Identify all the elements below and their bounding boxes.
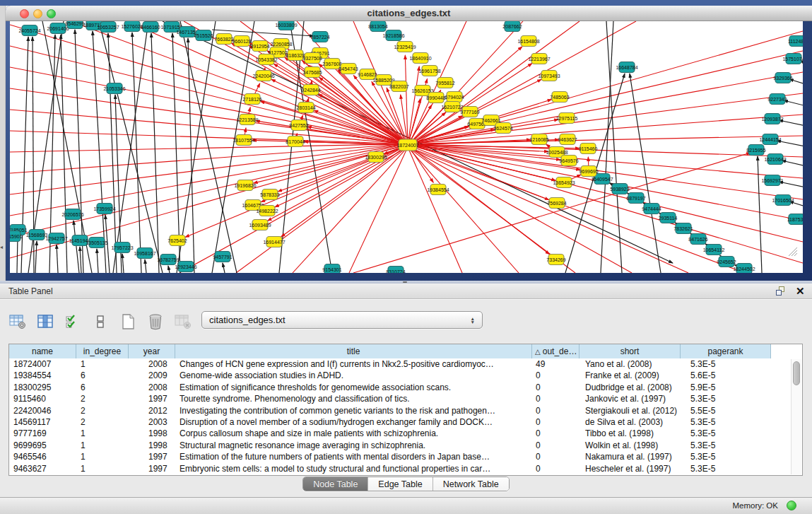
tab-network-table[interactable]: Network Table	[433, 477, 509, 491]
graph-node-label: 16033809	[275, 23, 297, 28]
cell-year: 2008	[129, 382, 175, 393]
cell-year: 1997	[129, 393, 175, 404]
graph-node-label: 2718126	[242, 97, 261, 102]
cell-short: Wolkin et al. (1998)	[579, 440, 681, 451]
tab-edge-table[interactable]: Edge Table	[368, 477, 433, 491]
graph-node-label: 5938923	[610, 187, 629, 192]
table-settings-button[interactable]	[7, 311, 28, 332]
cell-in_degree: 6	[76, 370, 129, 381]
column-header-name[interactable]: name	[9, 344, 76, 358]
table-row[interactable]: 2242004622012Investigating the contribut…	[9, 405, 802, 416]
delete-column-button[interactable]	[172, 311, 194, 332]
graph-node-label: 7485063	[550, 95, 569, 100]
table-panel-body: f(x) citations_edges.txt ▲▼ namein_degre…	[0, 299, 812, 497]
cell-short: Jankovic et al. (1997)	[579, 393, 681, 404]
table-panel-title: Table Panel	[8, 286, 53, 296]
cell-in_degree: 6	[76, 382, 129, 393]
table-row[interactable]: 946554611997Estimation of the future num…	[9, 451, 802, 462]
column-header-in_degree[interactable]: in_degree	[76, 344, 129, 358]
graph-node-label: 12444154	[759, 137, 781, 142]
network-window: citations_edges.txt 24055724206914069546…	[6, 6, 812, 281]
graph-node-label: 3475685	[302, 70, 322, 75]
graph-node-label: 8813054	[368, 24, 387, 29]
graph-node-label: 12942757	[45, 236, 67, 241]
table-row[interactable]: 911546021997Tourette syndrome. Phenomeno…	[9, 393, 802, 404]
resize-grip-icon[interactable]	[786, 246, 797, 256]
close-panel-icon[interactable]: ✕	[796, 285, 805, 298]
graph-node-label: 3915901	[10, 234, 23, 239]
column-header-title[interactable]: title	[175, 344, 532, 358]
cell-short: Stergiakouli et al. (2012)	[579, 405, 681, 416]
graph-node-label: 9699695	[579, 169, 598, 174]
cell-title: Structural magnetic resonance image aver…	[175, 440, 532, 451]
network-window-titlebar[interactable]: citations_edges.txt	[6, 6, 812, 21]
cell-pagerank: 5.3E-5	[681, 358, 771, 370]
column-header-short[interactable]: short	[579, 344, 681, 358]
graph-node-label: 9327508	[302, 56, 322, 61]
cell-title: Genome-wide association studies in ADHD.	[175, 370, 532, 381]
cell-short: Nakamura et al. (1997)	[579, 451, 681, 462]
show-column-button[interactable]	[35, 311, 56, 332]
cell-pagerank: 5.3E-5	[681, 416, 771, 428]
graph-node-label: 20691406	[47, 26, 69, 31]
cell-title: Estimation of significance thresholds fo…	[175, 382, 532, 393]
cell-pagerank: 5.3E-5	[681, 393, 771, 404]
tab-node-table[interactable]: Node Table	[303, 477, 368, 491]
table-row[interactable]: 1830029562008Estimation of significance …	[9, 382, 802, 393]
column-header-year[interactable]: year	[129, 344, 175, 358]
table-row[interactable]: 1456911722003Disruption of a novel membe…	[9, 416, 802, 428]
graph-node-label: 12093872	[761, 117, 783, 122]
graph-node-label: 13505135	[86, 240, 107, 245]
sort-ascending-icon: △	[535, 348, 541, 356]
cell-out_de: 0	[532, 370, 579, 381]
graph-node-label: 3624574	[493, 126, 512, 131]
splitter-handle[interactable]	[403, 281, 407, 283]
cell-name: 9777169	[9, 428, 76, 439]
graph-node-label: 9660128	[232, 39, 251, 44]
network-window-title: citations_edges.txt	[6, 8, 812, 18]
graph-node-label: 2087662	[502, 24, 522, 29]
graph-node-label: 18107554	[233, 138, 254, 143]
graph-node-label: 15692971	[761, 178, 783, 183]
create-new-table-button[interactable]	[117, 311, 139, 332]
table-row[interactable]: 1872400712008Changes of HCN gene express…	[9, 358, 802, 370]
cell-pagerank: 5.6E-5	[681, 370, 771, 381]
graph-node-label: 9154301	[322, 267, 341, 272]
graph-node-label: 10973493	[538, 74, 560, 78]
table-selector-dropdown[interactable]: citations_edges.txt ▲▼	[201, 311, 483, 329]
graph-node-label: 9457791	[213, 255, 232, 259]
graph-node-label: 10025488	[546, 150, 567, 155]
cell-in_degree: 1	[76, 428, 129, 439]
graph-node-label: 10654112	[703, 247, 725, 252]
graph-node-label: 12213967	[528, 57, 550, 62]
graph-node-label: 8170044	[286, 139, 305, 144]
graph-node-label: 21053346	[103, 86, 125, 91]
graph-node-label: 7955812	[435, 81, 454, 86]
cell-pagerank: 5.5E-5	[681, 405, 771, 416]
table-row[interactable]: 1938455462009Genome-wide association stu…	[9, 370, 802, 381]
cell-out_de: 0	[532, 463, 579, 474]
cell-in_degree: 1	[76, 440, 129, 451]
row-height-options-button[interactable]	[90, 311, 111, 332]
table-row[interactable]: 946362711997Embryonic stem cells: a mode…	[9, 463, 802, 474]
collapse-west-arrow-icon[interactable]: ◂	[0, 245, 3, 250]
column-header-out_de[interactable]: △out_de…	[532, 344, 579, 358]
network-canvas[interactable]: 2405572420691406954629918897114106532571…	[10, 21, 803, 273]
graph-node-label: 9546299	[65, 21, 84, 26]
table-row[interactable]: 977716911998Corpus callosum shape and si…	[9, 428, 802, 439]
delete-table-button[interactable]	[145, 311, 166, 332]
cell-out_de: 0	[532, 393, 579, 404]
table-scrollbar[interactable]	[791, 359, 801, 474]
graph-node-label: 7334269	[546, 257, 565, 262]
graph-node-label: 9245652	[717, 259, 736, 264]
left-panel-strip: ◂	[0, 6, 6, 283]
select-visible-columns-button[interactable]	[62, 311, 83, 332]
cell-name: 9463627	[9, 463, 76, 474]
column-header-pagerank[interactable]: pagerank	[681, 344, 771, 358]
graph-node-label: 16210643	[764, 157, 786, 162]
table-row[interactable]: 969969511998Structural magnetic resonanc…	[9, 440, 802, 451]
scrollbar-thumb[interactable]	[793, 361, 800, 385]
graph-node-label: 6794024	[445, 95, 464, 100]
graph-node-label: 10958167	[134, 251, 155, 256]
float-panel-icon[interactable]	[776, 286, 787, 296]
